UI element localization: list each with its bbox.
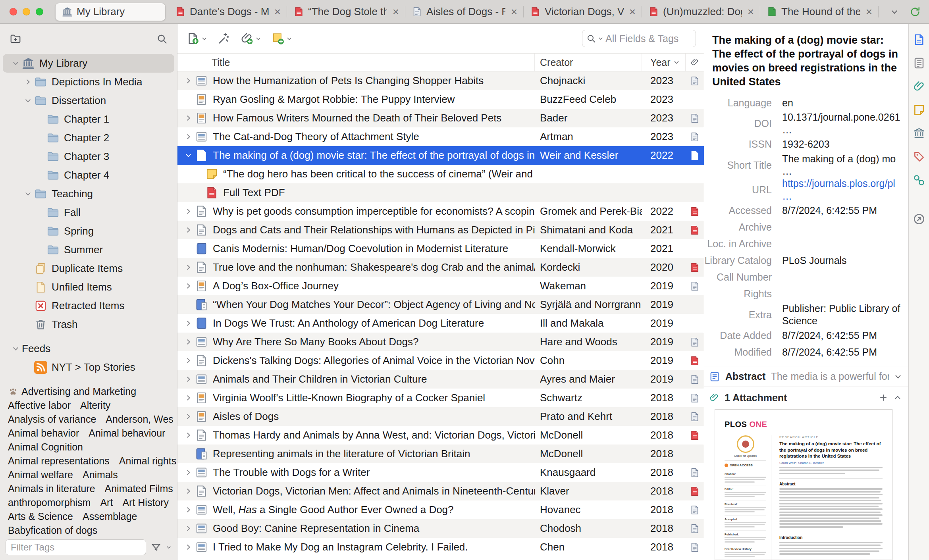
field-label[interactable]: Short Title: [704, 160, 772, 171]
twisty-icon[interactable]: [181, 317, 195, 330]
twisty-icon[interactable]: [181, 373, 195, 386]
tag-animal-representations[interactable]: Animal representations: [8, 455, 110, 467]
twisty-icon[interactable]: [21, 76, 34, 89]
tag-animal-cognition[interactable]: Animal Cognition: [8, 441, 83, 453]
tag-anthropomorphism[interactable]: anthropomorphism: [8, 497, 91, 508]
add-by-identifier-button[interactable]: [214, 30, 234, 47]
sidebar-item-chapter-1[interactable]: Chapter 1: [3, 110, 174, 129]
tab-close-icon[interactable]: ×: [273, 6, 281, 17]
sidebar-item-nyt-top-stories[interactable]: NYT > Top Stories: [3, 358, 174, 377]
pane-tab-locate[interactable]: [912, 212, 926, 226]
twisty-icon[interactable]: [181, 410, 195, 423]
tab-close-icon[interactable]: ×: [391, 6, 399, 17]
item-row[interactable]: Why Are There So Many Books About Dogs?H…: [177, 333, 704, 351]
twisty-icon[interactable]: [181, 131, 195, 143]
expand-abstract-icon[interactable]: [894, 373, 902, 381]
tag-filter-options-icon[interactable]: [151, 542, 161, 552]
field-value[interactable]: 8/7/2024, 6:42:55 PM: [772, 329, 903, 342]
item-row[interactable]: Animals and Their Children in Victorian …: [177, 370, 704, 389]
twisty-icon[interactable]: [181, 224, 195, 237]
twisty-icon[interactable]: [181, 504, 195, 516]
tag-babyfication-of-dogs[interactable]: Babyfication of dogs: [8, 525, 97, 536]
field-value[interactable]: 1932-6203: [772, 138, 903, 150]
pane-tab-notes[interactable]: [912, 103, 926, 117]
item-row[interactable]: Thomas Hardy and Animals by Anna West, a…: [177, 426, 704, 445]
tag-anderson-wes[interactable]: Anderson, Wes: [106, 414, 173, 425]
field-label[interactable]: DOI: [704, 118, 772, 129]
sidebar-item-summer[interactable]: Summer: [3, 241, 174, 259]
pane-tab-tags[interactable]: [912, 150, 926, 164]
sidebar-item-depictions-in-media[interactable]: Depictions In Media: [3, 73, 174, 91]
sidebar-item-my-library[interactable]: My Library: [3, 54, 174, 73]
item-row[interactable]: Representing animals in the literature o…: [177, 445, 704, 463]
tag-assemblage[interactable]: Assemblage: [83, 511, 137, 522]
sidebar-item-trash[interactable]: Trash: [3, 315, 174, 334]
field-value[interactable]: en: [772, 97, 903, 109]
tab-the-hound-of-the-b[interactable]: The Hound of the B×: [760, 0, 879, 23]
item-row[interactable]: Ryan Gosling & Margot Robbie: The Puppy …: [177, 90, 704, 109]
twisty-icon[interactable]: [181, 336, 195, 348]
column-header-creator[interactable]: Creator: [535, 54, 642, 71]
twisty-icon[interactable]: [181, 280, 195, 293]
item-row[interactable]: The Trouble with Dogs for a WriterKnausg…: [177, 463, 704, 482]
field-label[interactable]: URL: [704, 184, 772, 196]
zoom-window-button[interactable]: [36, 8, 43, 15]
twisty-icon[interactable]: [181, 112, 195, 125]
tab-close-icon[interactable]: ×: [509, 6, 517, 17]
item-row[interactable]: Canis Modernis: Human/Dog Coevolution in…: [177, 239, 704, 258]
twisty-icon[interactable]: [181, 522, 195, 535]
pane-tab-related[interactable]: [912, 173, 926, 187]
field-label[interactable]: ISSN: [704, 139, 772, 150]
field-label[interactable]: Loc. in Archive: [704, 238, 772, 250]
field-value[interactable]: Publisher: Public Library of Science: [772, 302, 903, 327]
collapse-attachments-icon[interactable]: [893, 393, 902, 402]
items-search[interactable]: [582, 30, 696, 47]
tag-advertising-and-marketing[interactable]: Advertising and Marketing: [8, 386, 136, 397]
field-label[interactable]: Date Added: [704, 330, 772, 341]
sidebar-item-spring[interactable]: Spring: [3, 222, 174, 241]
twisty-icon[interactable]: [181, 466, 195, 479]
twisty-icon[interactable]: [21, 188, 34, 200]
tab-overflow-button[interactable]: [890, 8, 899, 16]
tag-filter-chevron-icon[interactable]: [166, 545, 172, 550]
search-scope-chevron-icon[interactable]: [598, 36, 603, 41]
tag-animal-behaviour[interactable]: Animal behaviour: [89, 427, 165, 439]
sidebar-item-dissertation[interactable]: Dissertation: [3, 91, 174, 110]
tag-analysis-of-variance[interactable]: Analysis of variance: [8, 414, 96, 425]
twisty-icon[interactable]: [21, 94, 34, 107]
item-row[interactable]: The Cat-and-Dog Theory of Attachment Sty…: [177, 127, 704, 146]
twisty-icon[interactable]: [181, 429, 195, 442]
twisty-icon[interactable]: [181, 485, 195, 498]
sync-button[interactable]: [909, 6, 921, 18]
field-value[interactable]: 10.1371/journal.pone.0261 …: [772, 111, 903, 136]
sidebar-item-chapter-3[interactable]: Chapter 3: [3, 147, 174, 166]
pane-tab-libraries-collections[interactable]: [912, 126, 926, 140]
field-value[interactable]: PLoS Journals: [772, 254, 903, 267]
twisty-icon[interactable]: [181, 75, 195, 87]
field-label[interactable]: Modified: [704, 346, 772, 358]
tag-animal-welfare[interactable]: Animal welfare: [8, 469, 73, 481]
tag-animal-behavior[interactable]: Animal behavior: [8, 427, 79, 439]
attachment-row[interactable]: “The dog hero has been critical to the s…: [177, 165, 704, 183]
item-row[interactable]: Good Boy: Canine Representation in Cinem…: [177, 519, 704, 538]
tag-animals-in-literature[interactable]: Animals in literature: [8, 483, 95, 495]
field-value[interactable]: https://journals.plos.org/pl …: [772, 177, 903, 202]
tab-close-icon[interactable]: ×: [746, 6, 754, 17]
tag-animated-films[interactable]: Animated Films: [105, 483, 173, 495]
twisty-icon[interactable]: [181, 354, 195, 367]
tag-alterity[interactable]: Alterity: [80, 400, 110, 411]
tag-arts-science[interactable]: Arts & Science: [8, 511, 73, 522]
sidebar-item-chapter-2[interactable]: Chapter 2: [3, 129, 174, 147]
item-row[interactable]: Why is pet goods consumption imperceptib…: [177, 202, 704, 221]
item-row[interactable]: Dogs and Cats and Their Relationships wi…: [177, 221, 704, 239]
field-label[interactable]: Call Number: [704, 271, 772, 283]
tab-the-dog-stole-the[interactable]: “The Dog Stole the×: [287, 0, 405, 23]
add-attachment-icon[interactable]: [879, 393, 888, 402]
item-row[interactable]: A Dog’s Box-Office JourneyWakeman2019: [177, 277, 704, 295]
item-row[interactable]: Well, Has a Single Good Author Ever Owne…: [177, 500, 704, 519]
new-item-button[interactable]: [183, 30, 211, 47]
attachments-section-header[interactable]: 1 Attachment: [704, 387, 908, 408]
item-row[interactable]: “When Your Dog Matches Your Decor”: Obje…: [177, 295, 704, 314]
sidebar-item-teaching[interactable]: Teaching: [3, 185, 174, 203]
field-value[interactable]: 8/7/2024, 6:42:55 PM: [772, 346, 903, 358]
